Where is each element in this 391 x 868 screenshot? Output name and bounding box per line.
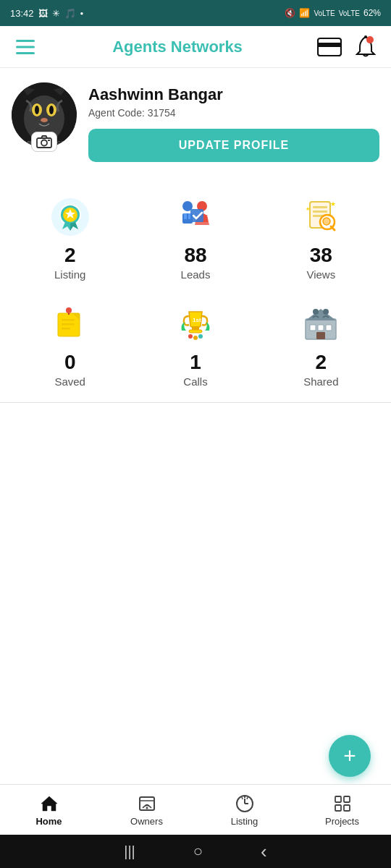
svg-point-60: [323, 309, 329, 315]
wifi-icon: 📶: [299, 8, 310, 18]
svg-rect-33: [313, 210, 327, 213]
svg-line-37: [331, 226, 335, 230]
stat-views: ★ ★ 38 Views: [258, 188, 384, 288]
stat-shared: 2 Shared: [258, 295, 384, 395]
svg-rect-2: [16, 52, 35, 54]
update-profile-button[interactable]: UPDATE PROFILE: [88, 129, 379, 162]
svg-rect-0: [16, 40, 35, 42]
svg-rect-28: [184, 213, 187, 219]
calls-icon: 1st: [174, 302, 217, 346]
leads-icon: [174, 195, 217, 239]
svg-rect-48: [189, 330, 202, 333]
stat-calls: 1st 1 Calls: [133, 295, 258, 395]
status-left: 13:42 🖼 ✳ 🎵 ●: [10, 8, 83, 19]
svg-text:★: ★: [306, 206, 310, 211]
home-nav-label: Home: [35, 816, 62, 827]
profile-section: THE BEST WAY TO GAIN Aashwinn Bangar Age…: [0, 68, 391, 174]
photo-icon: 🖼: [38, 8, 48, 19]
svg-rect-42: [62, 319, 75, 321]
owners-nav-icon: [137, 793, 157, 814]
lte2-icon: VoLTE: [339, 9, 360, 17]
calls-count: 1: [190, 352, 201, 374]
nav-icons: [316, 33, 379, 61]
back-system-button[interactable]: ‹: [261, 841, 267, 863]
stats-grid: 2 Listing: [7, 188, 384, 395]
svg-rect-57: [326, 325, 332, 331]
svg-point-51: [198, 334, 203, 339]
menu-button[interactable]: [12, 33, 39, 61]
svg-rect-4: [318, 43, 341, 47]
svg-text:★: ★: [330, 200, 336, 208]
profile-info: Aashwinn Bangar Agent Code: 31754 UPDATE…: [88, 82, 379, 162]
svg-rect-1: [16, 46, 35, 48]
status-bar: 13:42 🖼 ✳ 🎵 ● 🔇 📶 VoLTE VoLTE 62%: [0, 0, 391, 26]
calls-label: Calls: [183, 375, 207, 388]
svg-point-14: [41, 118, 48, 122]
leads-count: 88: [184, 244, 206, 267]
svg-point-12: [35, 106, 39, 114]
fab-icon: +: [343, 744, 356, 768]
svg-rect-71: [344, 805, 350, 811]
profile-name: Aashwinn Bangar: [88, 85, 379, 104]
notification-button[interactable]: [352, 33, 379, 61]
saved-label: Saved: [54, 375, 85, 388]
svg-rect-20: [48, 140, 50, 141]
listing-count: 2: [64, 244, 76, 267]
svg-rect-44: [62, 328, 70, 330]
saved-count: 0: [64, 352, 76, 374]
views-label: Views: [306, 268, 335, 281]
system-bar: ||| ○ ‹: [0, 835, 391, 868]
bottom-nav: Home Owners Listing: [0, 784, 391, 835]
svg-rect-70: [335, 805, 341, 811]
projects-nav-label: Projects: [325, 816, 359, 827]
spotify-icon: 🎵: [64, 8, 76, 19]
battery-display: 62%: [363, 8, 381, 18]
camera-badge[interactable]: [31, 132, 57, 152]
shared-label: Shared: [303, 375, 338, 388]
dot-indicator: ●: [80, 10, 84, 17]
svg-point-36: [323, 218, 330, 225]
svg-rect-56: [318, 325, 324, 331]
svg-marker-61: [41, 796, 57, 811]
recent-apps-button[interactable]: |||: [124, 843, 135, 860]
svg-point-7: [366, 36, 374, 43]
nav-owners[interactable]: Owners: [98, 789, 196, 831]
home-nav-icon: [39, 793, 59, 814]
svg-point-59: [313, 309, 319, 315]
owners-nav-label: Owners: [130, 816, 163, 827]
svg-rect-55: [310, 325, 316, 331]
wallet-button[interactable]: [316, 33, 343, 61]
fab-button[interactable]: +: [329, 735, 371, 777]
svg-point-6: [364, 35, 367, 38]
stat-listing: 2 Listing: [7, 188, 133, 288]
stat-leads: 88 Leads: [133, 188, 258, 288]
time-display: 13:42: [10, 8, 34, 19]
snowflake-icon: ✳: [52, 8, 60, 19]
lte1-icon: VoLTE: [314, 9, 335, 17]
nav-listing[interactable]: Listing: [196, 789, 293, 831]
svg-rect-47: [192, 326, 199, 330]
mute-icon: 🔇: [285, 8, 295, 18]
svg-rect-58: [316, 332, 325, 339]
listing-icon: [49, 195, 92, 239]
stats-section: 2 Listing: [0, 174, 391, 403]
listing-nav-label: Listing: [231, 816, 258, 827]
svg-text:1st: 1st: [193, 317, 201, 323]
avatar-wrap: THE BEST WAY TO GAIN: [12, 82, 77, 148]
svg-rect-69: [344, 796, 350, 802]
svg-marker-54: [306, 309, 336, 320]
svg-point-13: [49, 106, 54, 114]
svg-point-50: [193, 336, 198, 340]
views-icon: ★ ★: [299, 195, 342, 239]
svg-point-19: [41, 140, 47, 146]
nav-projects[interactable]: Projects: [293, 789, 391, 831]
listing-label: Listing: [54, 268, 85, 281]
svg-rect-43: [62, 323, 75, 326]
top-nav: Agents Networks: [0, 26, 391, 68]
nav-home[interactable]: Home: [0, 789, 98, 831]
svg-rect-30: [190, 209, 203, 222]
svg-point-63: [146, 807, 148, 809]
saved-icon: [49, 302, 92, 346]
svg-point-45: [66, 307, 72, 313]
home-system-button[interactable]: ○: [193, 842, 203, 861]
